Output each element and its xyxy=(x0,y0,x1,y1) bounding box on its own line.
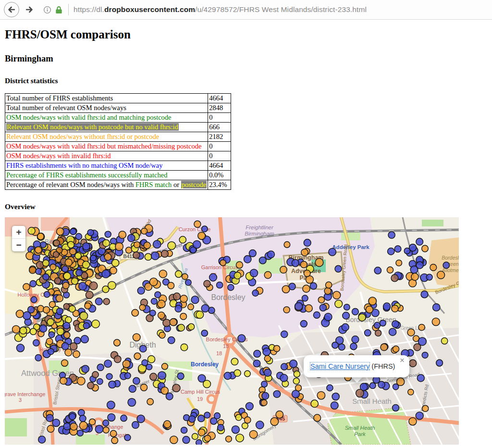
map-marker[interactable] xyxy=(389,328,396,336)
map-marker[interactable] xyxy=(77,430,84,436)
map-marker[interactable] xyxy=(249,250,256,257)
map-marker[interactable] xyxy=(343,312,350,319)
map-marker[interactable] xyxy=(168,242,176,250)
map-marker[interactable] xyxy=(409,360,417,367)
map-marker[interactable] xyxy=(388,232,395,238)
map-marker[interactable] xyxy=(249,430,258,438)
map-marker[interactable] xyxy=(333,291,341,299)
map-marker[interactable] xyxy=(189,416,196,423)
map-marker[interactable] xyxy=(344,304,350,311)
map-marker[interactable] xyxy=(161,387,168,394)
forward-button[interactable] xyxy=(22,2,37,17)
map-marker[interactable] xyxy=(236,434,244,442)
map-marker[interactable] xyxy=(392,321,399,327)
map-marker[interactable] xyxy=(369,297,377,305)
map-marker[interactable] xyxy=(69,413,75,420)
map-marker[interactable] xyxy=(95,298,102,305)
map-marker[interactable] xyxy=(53,251,59,257)
map-marker[interactable] xyxy=(43,274,49,280)
map-marker[interactable] xyxy=(175,271,182,277)
map-marker[interactable] xyxy=(153,240,161,248)
map-marker[interactable] xyxy=(81,336,88,343)
map-marker[interactable] xyxy=(388,248,394,255)
map-marker[interactable] xyxy=(106,373,112,380)
map-marker[interactable] xyxy=(350,343,357,350)
map-marker[interactable] xyxy=(109,381,116,388)
map-marker[interactable] xyxy=(30,281,36,287)
page-info-icon[interactable] xyxy=(43,6,51,14)
map-marker[interactable] xyxy=(56,295,63,302)
map-marker[interactable] xyxy=(380,320,386,326)
map-marker[interactable] xyxy=(79,415,86,422)
map-marker[interactable] xyxy=(177,373,184,380)
map-marker[interactable] xyxy=(132,310,138,316)
map-marker[interactable] xyxy=(198,429,205,436)
map-marker[interactable] xyxy=(70,228,76,235)
map-marker[interactable] xyxy=(28,306,35,313)
map-marker[interactable] xyxy=(147,398,153,405)
map-marker[interactable] xyxy=(68,241,74,248)
map-marker[interactable] xyxy=(179,236,186,243)
map-marker[interactable] xyxy=(92,320,100,328)
map-marker[interactable] xyxy=(188,304,194,310)
map-marker[interactable] xyxy=(217,282,223,288)
map-marker[interactable] xyxy=(168,282,174,289)
map-marker[interactable] xyxy=(183,436,190,444)
map-marker[interactable] xyxy=(426,274,432,280)
map-marker[interactable] xyxy=(140,345,147,352)
map-marker[interactable] xyxy=(39,325,47,332)
map-marker[interactable] xyxy=(104,253,111,260)
map-marker[interactable] xyxy=(268,251,275,258)
map-marker[interactable] xyxy=(87,382,94,389)
map-marker[interactable] xyxy=(374,267,381,274)
map-marker[interactable] xyxy=(70,343,77,350)
map-marker[interactable] xyxy=(69,306,75,312)
map-marker[interactable] xyxy=(437,271,445,279)
map-marker[interactable] xyxy=(108,413,115,421)
map-marker[interactable] xyxy=(139,304,146,311)
map-marker[interactable] xyxy=(358,314,366,321)
map-marker[interactable] xyxy=(262,392,269,399)
map-marker[interactable] xyxy=(282,286,290,293)
map-marker[interactable] xyxy=(373,376,380,384)
url-bar[interactable]: https://dl.dropboxusercontent.com/u/4297… xyxy=(74,5,367,14)
map-marker[interactable] xyxy=(191,296,199,304)
map-marker[interactable] xyxy=(181,427,187,433)
zoom-out-button[interactable]: − xyxy=(12,238,25,251)
map-marker[interactable] xyxy=(416,261,423,269)
map-marker[interactable] xyxy=(264,355,271,361)
map-marker[interactable] xyxy=(387,267,393,273)
map-marker[interactable] xyxy=(201,330,208,336)
map-marker[interactable] xyxy=(44,291,50,298)
map-marker[interactable] xyxy=(375,330,381,336)
map-marker[interactable] xyxy=(119,231,126,238)
map-marker[interactable] xyxy=(391,274,398,282)
map-marker[interactable] xyxy=(320,304,326,311)
map-marker[interactable] xyxy=(110,430,116,436)
map-marker[interactable] xyxy=(141,228,148,234)
map-marker[interactable] xyxy=(82,365,89,373)
map-marker[interactable] xyxy=(422,405,429,411)
map-marker[interactable] xyxy=(103,299,110,305)
map-marker[interactable] xyxy=(198,374,206,382)
map-marker[interactable] xyxy=(418,324,425,330)
https-lock-icon[interactable] xyxy=(55,6,62,14)
map-marker[interactable] xyxy=(75,253,81,259)
map-marker[interactable] xyxy=(204,280,210,287)
map-marker[interactable] xyxy=(324,288,331,295)
map-marker[interactable] xyxy=(73,351,80,358)
map-marker[interactable] xyxy=(198,232,206,240)
map-marker[interactable] xyxy=(70,423,77,430)
map-marker[interactable] xyxy=(173,293,181,300)
map-marker[interactable] xyxy=(144,242,150,249)
map-marker[interactable] xyxy=(218,424,224,431)
map-marker[interactable] xyxy=(214,413,221,419)
map-marker[interactable] xyxy=(125,373,131,379)
map-marker[interactable] xyxy=(281,331,288,337)
map-marker[interactable] xyxy=(47,319,54,325)
map-marker[interactable] xyxy=(331,402,338,410)
map-marker[interactable] xyxy=(250,269,258,277)
map-marker[interactable] xyxy=(408,389,414,395)
map-marker[interactable] xyxy=(57,308,63,315)
map-marker[interactable] xyxy=(304,239,311,247)
